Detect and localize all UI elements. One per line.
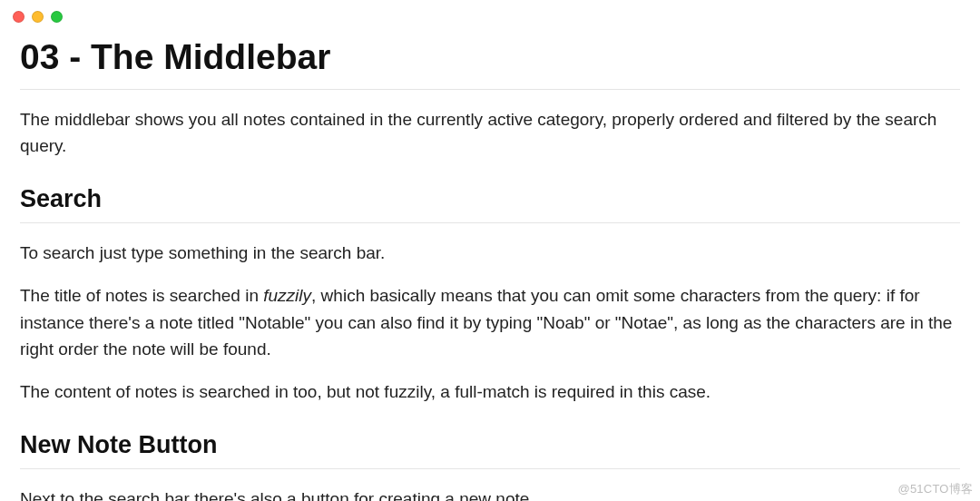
search-paragraph-2: The title of notes is searched in fuzzil…: [20, 282, 960, 362]
text-prefix: The title of notes is searched in: [20, 286, 263, 305]
section-heading-search: Search: [20, 183, 960, 223]
page-title: 03 - The Middlebar: [20, 35, 960, 90]
section-heading-new-note: New Note Button: [20, 429, 960, 469]
window-traffic-lights: [0, 0, 980, 28]
search-paragraph-1: To search just type something in the sea…: [20, 240, 960, 266]
minimize-icon[interactable]: [32, 11, 44, 23]
watermark: @51CTO博客: [898, 481, 973, 497]
document-content: 03 - The Middlebar The middlebar shows y…: [0, 35, 980, 501]
close-icon[interactable]: [13, 11, 24, 23]
new-note-paragraph-1: Next to the search bar there's also a bu…: [20, 486, 960, 501]
intro-paragraph: The middlebar shows you all notes contai…: [20, 106, 960, 160]
emphasis-fuzzily: fuzzily: [263, 286, 311, 305]
search-paragraph-3: The content of notes is searched in too,…: [20, 378, 960, 405]
maximize-icon[interactable]: [51, 11, 63, 23]
